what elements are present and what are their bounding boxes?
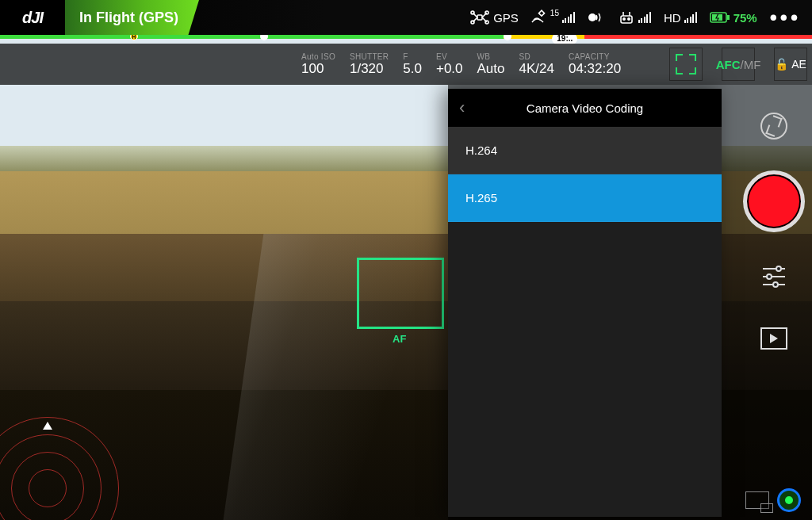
north-indicator-icon bbox=[43, 422, 52, 430]
rc-signal-status[interactable] bbox=[618, 10, 651, 25]
focus-mode-mf: MF bbox=[744, 58, 761, 71]
battery-percent: 75% bbox=[733, 11, 757, 25]
satellite-count: 15 bbox=[550, 9, 559, 17]
shutter-param[interactable]: SHUTTER 1/320 bbox=[350, 52, 389, 77]
flight-time-pill: 19:.. bbox=[552, 33, 577, 44]
sliders-icon bbox=[763, 266, 785, 288]
wb-value: Auto bbox=[477, 61, 505, 77]
top-status-bar: dJI In Flight (GPS) GPS 15 bbox=[0, 0, 812, 35]
rc-signal-bars bbox=[638, 12, 651, 23]
unlock-icon: 🔓 bbox=[775, 58, 788, 71]
flight-status-badge[interactable]: In Flight (GPS) bbox=[65, 0, 199, 35]
rc-icon bbox=[618, 10, 635, 25]
svg-point-9 bbox=[628, 18, 630, 20]
flight-battery-bar: H 19:.. bbox=[0, 35, 812, 39]
hd-signal-bars bbox=[684, 12, 697, 23]
back-button[interactable]: ‹ bbox=[459, 98, 465, 118]
shutter-value: 1/320 bbox=[350, 61, 384, 77]
battery-status[interactable]: 75% bbox=[710, 11, 757, 25]
right-tool-rail bbox=[736, 85, 812, 520]
format-value: 4K/24 bbox=[519, 61, 554, 77]
switch-mode-icon bbox=[760, 113, 787, 140]
attitude-radar[interactable] bbox=[0, 417, 119, 520]
iso-param[interactable]: Auto ISO 100 bbox=[301, 52, 335, 77]
ae-label: AE bbox=[791, 58, 806, 71]
ev-param[interactable]: EV +0.0 bbox=[436, 52, 463, 77]
focus-mode-afc: AFC bbox=[716, 58, 741, 71]
svg-rect-5 bbox=[538, 10, 544, 16]
playback-button[interactable] bbox=[756, 321, 791, 356]
battery-icon bbox=[710, 11, 730, 24]
satellite-signal-bars bbox=[562, 12, 575, 23]
ae-lock-toggle[interactable]: 🔓 AE bbox=[774, 48, 807, 81]
drone-icon bbox=[469, 10, 490, 25]
vision-sensor-status[interactable] bbox=[588, 11, 605, 24]
codec-option-h264[interactable]: H.264 bbox=[448, 127, 722, 174]
svg-rect-0 bbox=[477, 15, 482, 20]
iso-label: Auto ISO bbox=[301, 52, 335, 61]
aperture-param[interactable]: F 5.0 bbox=[403, 52, 422, 77]
capacity-param[interactable]: CAPACITY 04:32:20 bbox=[569, 52, 621, 77]
format-label: SD bbox=[519, 52, 533, 61]
aircraft-mode-indicator[interactable]: GPS bbox=[469, 10, 519, 25]
panel-header: ‹ Camera Video Coding bbox=[448, 89, 722, 127]
focus-area-button[interactable] bbox=[669, 48, 703, 81]
overflow-menu-button[interactable]: ••• bbox=[770, 6, 801, 30]
brand-logo: dJI bbox=[0, 9, 65, 27]
map-toggle[interactable] bbox=[777, 488, 801, 512]
record-button[interactable] bbox=[743, 170, 805, 232]
focus-brackets-icon bbox=[676, 54, 696, 75]
vision-sensor-icon bbox=[588, 11, 605, 24]
iso-value: 100 bbox=[301, 61, 324, 77]
aperture-label: F bbox=[403, 52, 408, 61]
panel-title: Camera Video Coding bbox=[448, 101, 722, 115]
codec-option-h265[interactable]: H.265 bbox=[448, 174, 722, 222]
shutter-label: SHUTTER bbox=[350, 52, 389, 61]
satellite-icon bbox=[531, 10, 547, 25]
satellite-status[interactable]: 15 bbox=[531, 10, 575, 25]
format-param[interactable]: SD 4K/24 bbox=[519, 52, 554, 77]
hd-signal-status[interactable]: HD bbox=[664, 11, 697, 25]
svg-point-6 bbox=[588, 13, 596, 21]
svg-point-8 bbox=[623, 18, 625, 20]
ev-value: +0.0 bbox=[436, 61, 463, 77]
ev-label: EV bbox=[436, 52, 447, 61]
wb-label: WB bbox=[477, 52, 491, 61]
playback-icon bbox=[760, 327, 787, 350]
pip-toggle[interactable] bbox=[745, 491, 769, 509]
capacity-value: 04:32:20 bbox=[569, 61, 621, 77]
capacity-label: CAPACITY bbox=[569, 52, 610, 61]
autofocus-label: AF bbox=[393, 333, 406, 345]
camera-settings-panel: ‹ Camera Video Coding H.264 H.265 bbox=[448, 89, 722, 517]
photo-video-switch[interactable] bbox=[756, 109, 791, 143]
gps-label: GPS bbox=[493, 11, 519, 25]
autofocus-reticle[interactable] bbox=[357, 258, 444, 329]
svg-rect-11 bbox=[727, 15, 730, 20]
aperture-value: 5.0 bbox=[403, 61, 422, 77]
camera-param-strip: Auto ISO 100 SHUTTER 1/320 F 5.0 EV +0.0… bbox=[0, 44, 812, 85]
wb-param[interactable]: WB Auto bbox=[477, 52, 505, 77]
hd-label: HD bbox=[664, 11, 681, 25]
focus-mode-toggle[interactable]: AFC/MF bbox=[722, 48, 755, 81]
camera-settings-button[interactable] bbox=[756, 259, 791, 294]
